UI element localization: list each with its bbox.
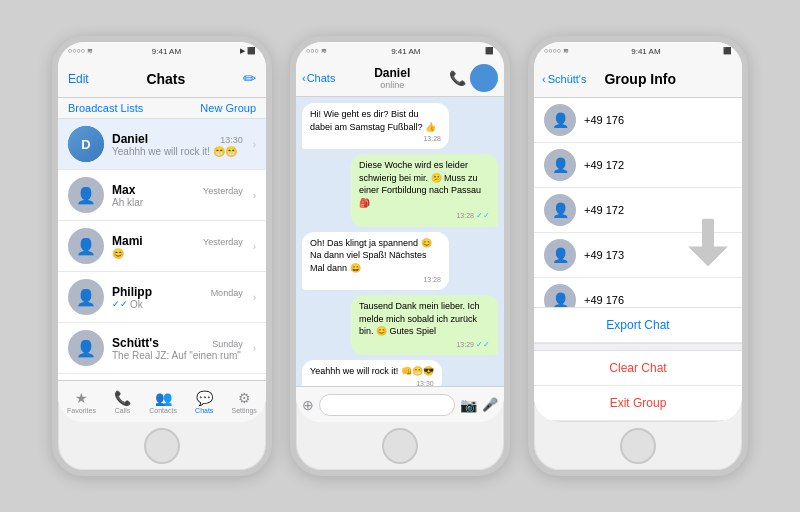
chat-time-max: Yesterday <box>203 186 243 196</box>
emoji-icon[interactable]: ⊕ <box>302 397 314 413</box>
member-avatar-2: 👤 <box>544 149 576 181</box>
message-3: Oh! Das klingt ja spannend 😊 Na dann vie… <box>302 232 449 291</box>
chat-preview-mami: 😊 <box>112 248 243 259</box>
edit-button[interactable]: Edit <box>68 72 89 86</box>
chat-preview-schutts: The Real JZ: Auf "einen rum" 🔇 <box>112 350 243 361</box>
phone-3: ○○○○ ≋ 9:41 AM ⬛ ‹ Schütt's Group Info 👤… <box>528 36 748 476</box>
home-button-2[interactable] <box>382 428 418 464</box>
avatar-daniel: D <box>68 126 104 162</box>
tab-contacts[interactable]: 👥 Contacts <box>149 390 177 414</box>
member-5[interactable]: 👤 +49 176 <box>534 278 742 307</box>
chat-preview-daniel: Yeahhh we will rock it! 😁😁 <box>112 146 243 157</box>
sub-header: Broadcast Lists New Group <box>58 98 266 119</box>
chat-item-brat[interactable]: 👤 Brat Saturday › <box>58 374 266 380</box>
status-bar-1: ○○○○ ≋ 9:41 AM ▶ ⬛ <box>58 42 266 60</box>
phone-2: ○○○ ≋ 9:41 AM ⬛ ‹ Chats Daniel online 📞 … <box>290 36 510 476</box>
chat-input-bar: ⊕ 📷 🎤 <box>296 386 504 422</box>
chat-info-max: Max Yesterday Ah klar <box>112 183 243 208</box>
chat-name-philipp: Philipp <box>112 285 152 299</box>
export-chat-button[interactable]: Export Chat <box>534 308 742 343</box>
messages-area[interactable]: Hi! Wie geht es dir? Bist du dabei am Sa… <box>296 97 504 386</box>
battery-1: ▶ ⬛ <box>240 47 256 55</box>
chevron-daniel: › <box>253 139 256 150</box>
message-4: Tausend Dank mein lieber. Ich melde mich… <box>351 295 498 355</box>
clear-chat-button[interactable]: Clear Chat <box>534 351 742 386</box>
tab-settings[interactable]: ⚙ Settings <box>232 390 257 414</box>
nav-bar-1: Edit Chats ✏ <box>58 60 266 98</box>
member-4[interactable]: 👤 +49 173 <box>534 233 742 278</box>
member-1[interactable]: 👤 +49 176 <box>534 98 742 143</box>
chat-name-schutts: Schütt's <box>112 336 159 350</box>
group-nav: ‹ Schütt's Group Info <box>534 60 742 98</box>
chat-item-mami[interactable]: 👤 Mami Yesterday 😊 › <box>58 221 266 272</box>
member-avatar-5: 👤 <box>544 284 576 307</box>
chat-info-philipp: Philipp Monday ✓✓ Ok <box>112 285 243 310</box>
action-section: Export Chat <box>534 307 742 344</box>
home-button-3[interactable] <box>620 428 656 464</box>
settings-icon: ⚙ <box>238 390 251 406</box>
chat-name-mami: Mami <box>112 234 143 248</box>
group-content: 👤 +49 176 👤 +49 172 👤 +49 172 <box>534 98 742 422</box>
group-info-title: Group Info <box>586 71 694 87</box>
chat-name-daniel: Daniel <box>112 132 148 146</box>
contact-name: Daniel <box>339 66 445 80</box>
broadcast-lists-link[interactable]: Broadcast Lists <box>68 102 143 114</box>
chat-time-mami: Yesterday <box>203 237 243 247</box>
home-button-1[interactable] <box>144 428 180 464</box>
contact-avatar <box>470 64 498 92</box>
tab-chats[interactable]: 💬 Chats <box>195 390 213 414</box>
back-to-schutts-button[interactable]: ‹ Schütt's <box>542 73 586 85</box>
message-2: Diese Woche wird es leider schwierig bei… <box>351 154 498 227</box>
chat-item-daniel[interactable]: D Daniel 13:30 Yeahhh we will rock it! 😁… <box>58 119 266 170</box>
camera-icon[interactable]: 📷 <box>460 397 477 413</box>
chat-info-schutts: Schütt's Sunday The Real JZ: Auf "einen … <box>112 336 243 361</box>
exit-group-button[interactable]: Exit Group <box>534 386 742 421</box>
chat-time-philipp: Monday <box>211 288 243 298</box>
avatar-schutts: 👤 <box>68 330 104 366</box>
time-1: 9:41 AM <box>152 47 181 56</box>
favorites-icon: ★ <box>75 390 88 406</box>
chat-name-max: Max <box>112 183 135 197</box>
compose-icon[interactable]: ✏ <box>243 69 256 88</box>
call-button[interactable]: 📞 <box>449 70 466 86</box>
avatar-mami: 👤 <box>68 228 104 264</box>
danger-actions: Clear Chat Exit Group <box>534 350 742 422</box>
carrier-1: ○○○○ ≋ <box>68 47 93 55</box>
chat-info-mami: Mami Yesterday 😊 <box>112 234 243 259</box>
tab-favorites[interactable]: ★ Favorites <box>67 390 96 414</box>
chat-list: D Daniel 13:30 Yeahhh we will rock it! 😁… <box>58 119 266 380</box>
member-3[interactable]: 👤 +49 172 <box>534 188 742 233</box>
chat-item-max[interactable]: 👤 Max Yesterday Ah klar › <box>58 170 266 221</box>
member-avatar-3: 👤 <box>544 194 576 226</box>
group-members-list: 👤 +49 176 👤 +49 172 👤 +49 172 <box>534 98 742 307</box>
calls-icon: 📞 <box>114 390 131 406</box>
message-1: Hi! Wie geht es dir? Bist du dabei am Sa… <box>302 103 449 149</box>
chat-item-schutts[interactable]: 👤 Schütt's Sunday The Real JZ: Auf "eine… <box>58 323 266 374</box>
member-number-3: +49 172 <box>584 204 624 216</box>
chats-title: Chats <box>146 71 185 87</box>
chat-preview-philipp: ✓✓ Ok <box>112 299 243 310</box>
message-input[interactable] <box>319 394 455 416</box>
member-number-1: +49 176 <box>584 114 624 126</box>
new-group-link[interactable]: New Group <box>200 102 256 114</box>
status-bar-2: ○○○ ≋ 9:41 AM ⬛ <box>296 42 504 60</box>
contact-info: Daniel online <box>339 66 445 90</box>
tab-bar: ★ Favorites 📞 Calls 👥 Contacts 💬 Chats ⚙… <box>58 380 266 422</box>
chat-time-schutts: Sunday <box>212 339 243 349</box>
member-avatar-4: 👤 <box>544 239 576 271</box>
chat-info-daniel: Daniel 13:30 Yeahhh we will rock it! 😁😁 <box>112 132 243 157</box>
tab-calls[interactable]: 📞 Calls <box>114 390 131 414</box>
chat-preview-max: Ah klar <box>112 197 243 208</box>
member-number-4: +49 173 <box>584 249 624 261</box>
avatar-max: 👤 <box>68 177 104 213</box>
phone-1: ○○○○ ≋ 9:41 AM ▶ ⬛ Edit Chats ✏ Broadcas… <box>52 36 272 476</box>
contacts-icon: 👥 <box>155 390 172 406</box>
member-avatar-1: 👤 <box>544 104 576 136</box>
mic-icon[interactable]: 🎤 <box>482 397 498 412</box>
message-5: Yeahhh we will rock it! 👊😁😎 13:30 <box>302 360 442 386</box>
member-2[interactable]: 👤 +49 172 <box>534 143 742 188</box>
member-number-2: +49 172 <box>584 159 624 171</box>
chat-item-philipp[interactable]: 👤 Philipp Monday ✓✓ Ok › <box>58 272 266 323</box>
chats-icon: 💬 <box>196 390 213 406</box>
back-to-chats-button[interactable]: ‹ Chats <box>302 72 335 84</box>
